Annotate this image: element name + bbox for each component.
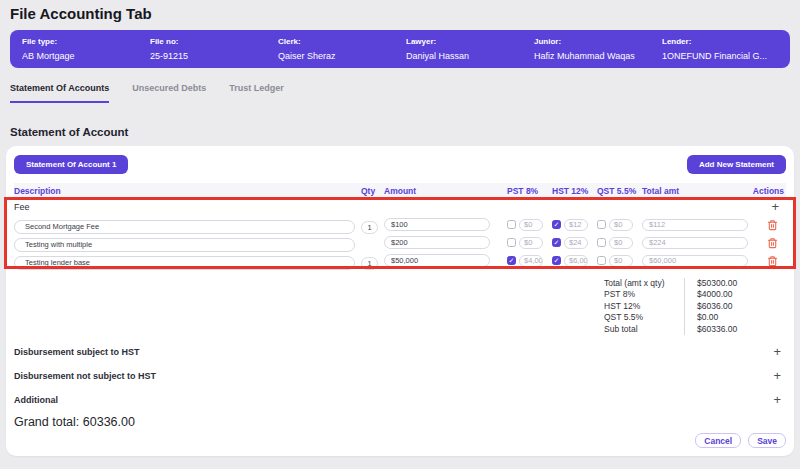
- clerk-label: Clerk:: [278, 37, 406, 47]
- file-accounting-page: File Accounting Tab File type: AB Mortga…: [0, 0, 800, 469]
- save-button[interactable]: Save: [748, 433, 786, 448]
- hst-checkbox[interactable]: [552, 238, 561, 247]
- form-actions: Cancel Save: [14, 433, 786, 448]
- description-input[interactable]: [14, 220, 355, 234]
- hst-checkbox[interactable]: [552, 256, 561, 265]
- totals-value: $4000.00: [684, 289, 754, 300]
- add-additional-row-icon[interactable]: +: [773, 394, 786, 406]
- pst-checkbox[interactable]: [507, 220, 516, 229]
- pst-checkbox[interactable]: [507, 256, 516, 265]
- disbursement-sections: Disbursement subject to HST + Disburseme…: [14, 340, 786, 412]
- qst-checkbox[interactable]: [597, 238, 606, 247]
- totals-value: $60336.00: [684, 324, 754, 335]
- table-row: [14, 254, 786, 267]
- statement-card: Statement Of Account 1 Add New Statement…: [6, 146, 794, 456]
- statement-of-account-heading: Statement of Account: [10, 125, 800, 139]
- lawyer-field: Lawyer: Daniyal Hassan: [406, 37, 534, 61]
- file-no-value: 25-91215: [150, 51, 278, 61]
- fee-group-header: Fee +: [14, 201, 786, 213]
- grand-total: Grand total: 60336.00: [14, 415, 786, 430]
- table-header-row: Description Qty Amount PST 8% HST 12% QS…: [14, 183, 786, 199]
- file-type-field: File type: AB Mortgage: [22, 37, 150, 61]
- totals-row-qst: QST 5.5% $0.00: [604, 312, 754, 323]
- amount-input[interactable]: [384, 254, 490, 267]
- header-description: Description: [14, 186, 355, 196]
- statement-toolbar: Statement Of Account 1 Add New Statement: [14, 155, 786, 174]
- grand-total-label: Grand total:: [14, 415, 79, 429]
- qst-value-input[interactable]: [609, 255, 633, 267]
- amount-input[interactable]: [384, 236, 490, 249]
- section-additional: Additional +: [14, 388, 786, 412]
- qst-value-input[interactable]: [609, 237, 633, 249]
- tab-trust-ledger[interactable]: Trust Ledger: [229, 83, 284, 103]
- lawyer-label: Lawyer:: [406, 37, 534, 47]
- totals-row-hst: HST 12% $6036.00: [604, 301, 754, 312]
- hst-value-input[interactable]: [564, 255, 588, 267]
- header-amount: Amount: [384, 186, 490, 196]
- pst-checkbox[interactable]: [507, 238, 516, 247]
- totals-label: Total (amt x qty): [604, 278, 684, 289]
- table-row: [14, 218, 786, 231]
- file-type-label: File type:: [22, 37, 150, 47]
- cancel-button[interactable]: Cancel: [695, 433, 741, 448]
- totals-value: $50300.00: [684, 278, 754, 289]
- file-info-banner: File type: AB Mortgage File no: 25-91215…: [10, 30, 790, 68]
- header-total-amt: Total amt: [642, 186, 748, 196]
- totals-row-subtotal: Sub total $60336.00: [604, 324, 754, 335]
- totals-label: Sub total: [604, 324, 684, 335]
- add-new-statement-button[interactable]: Add New Statement: [687, 155, 786, 174]
- header-qst: QST 5.5%: [597, 186, 633, 196]
- hst-value-input[interactable]: [564, 237, 588, 249]
- junior-field: Junior: Hafiz Muhammad Waqas: [534, 37, 662, 61]
- file-no-label: File no:: [150, 37, 278, 47]
- amount-input[interactable]: [384, 218, 490, 231]
- table-row: [14, 236, 786, 249]
- qst-value-input[interactable]: [609, 219, 633, 231]
- main-tabs: Statement Of Accounts Unsecured Debts Tr…: [10, 83, 790, 103]
- lawyer-value: Daniyal Hassan: [406, 51, 534, 61]
- qst-checkbox[interactable]: [597, 256, 606, 265]
- section-label: Disbursement subject to HST: [14, 347, 140, 357]
- page-title: File Accounting Tab: [10, 5, 800, 23]
- add-disbursement-no-hst-row-icon[interactable]: +: [773, 370, 786, 382]
- totals-value: $0.00: [684, 312, 754, 323]
- pst-value-input[interactable]: [519, 237, 543, 249]
- header-hst: HST 12%: [552, 186, 588, 196]
- qty-input[interactable]: [361, 257, 378, 270]
- description-input[interactable]: [14, 238, 355, 252]
- add-fee-row-icon[interactable]: +: [771, 201, 784, 213]
- clerk-value: Qaiser Sheraz: [278, 51, 406, 61]
- statement-of-account-1-button[interactable]: Statement Of Account 1: [14, 155, 128, 174]
- section-disbursement-subject-to-hst: Disbursement subject to HST +: [14, 340, 786, 364]
- delete-row-icon[interactable]: [767, 237, 784, 249]
- pst-value-input[interactable]: [519, 219, 543, 231]
- delete-row-icon[interactable]: [767, 255, 784, 267]
- total-amount-input[interactable]: [642, 255, 748, 267]
- totals-label: QST 5.5%: [604, 312, 684, 323]
- total-amount-input[interactable]: [642, 237, 748, 249]
- fee-group-label: Fee: [14, 202, 748, 212]
- junior-value: Hafiz Muhammad Waqas: [534, 51, 662, 61]
- tab-statement-of-accounts[interactable]: Statement Of Accounts: [10, 83, 109, 103]
- qst-checkbox[interactable]: [597, 220, 606, 229]
- hst-value-input[interactable]: [564, 219, 588, 231]
- junior-label: Junior:: [534, 37, 662, 47]
- lender-value: 1ONEFUND Financial G...: [662, 51, 790, 61]
- file-no-field: File no: 25-91215: [150, 37, 278, 61]
- file-type-value: AB Mortgage: [22, 51, 150, 61]
- header-qty: Qty: [361, 186, 378, 196]
- pst-value-input[interactable]: [519, 255, 543, 267]
- section-label: Disbursement not subject to HST: [14, 371, 156, 381]
- clerk-field: Clerk: Qaiser Sheraz: [278, 37, 406, 61]
- delete-row-icon[interactable]: [767, 219, 784, 231]
- section-label: Additional: [14, 395, 58, 405]
- totals-summary: Total (amt x qty) $50300.00 PST 8% $4000…: [604, 278, 754, 335]
- tab-unsecured-debts[interactable]: Unsecured Debts: [132, 83, 206, 103]
- total-amount-input[interactable]: [642, 219, 748, 231]
- totals-label: PST 8%: [604, 289, 684, 300]
- description-input[interactable]: [14, 256, 355, 270]
- qty-input[interactable]: [361, 221, 378, 234]
- hst-checkbox[interactable]: [552, 220, 561, 229]
- add-disbursement-hst-row-icon[interactable]: +: [773, 346, 786, 358]
- totals-label: HST 12%: [604, 301, 684, 312]
